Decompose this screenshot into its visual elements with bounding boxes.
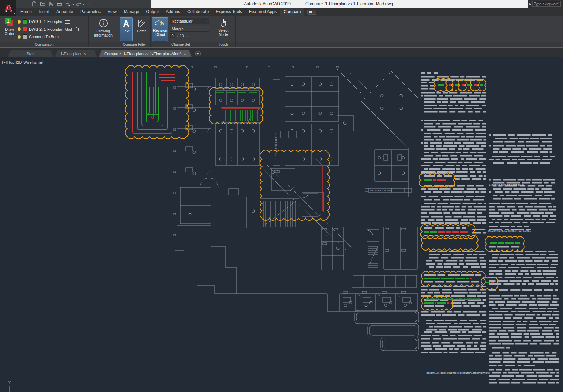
close-tab-icon[interactable]: × xyxy=(184,51,186,56)
hand-pointer-icon xyxy=(220,18,227,27)
ribbon-tab-output[interactable]: Output xyxy=(143,8,162,16)
app-title: Autodesk AutoCAD 2019 xyxy=(244,1,291,6)
close-tab-icon[interactable]: × xyxy=(83,51,86,56)
text-filter-label: Text xyxy=(123,29,129,33)
compare-added-geometry xyxy=(137,72,258,130)
info-icon: i xyxy=(99,19,108,27)
cloud-shape-value: Rectangular xyxy=(172,19,192,23)
ribbon-tab-insert[interactable]: Insert xyxy=(35,8,53,16)
lighting-schedule-heading: LIGHTING FIXTURE SCHEDULE xyxy=(489,184,524,186)
panel-drawing-information: i Drawing Information xyxy=(89,16,118,42)
mechanical-equipment-heading: MECHANICAL EQUIPMENT SCHEDULE xyxy=(488,230,531,232)
redo-icon[interactable] xyxy=(75,1,82,7)
model-space-canvas[interactable]: [−][Top][2D Wireframe] PRINTER ISLAND PR… xyxy=(0,57,563,392)
media-icon xyxy=(309,11,312,13)
hatch-filter-button[interactable]: Hatch xyxy=(135,17,149,41)
autocad-logo-letter: A xyxy=(4,2,12,14)
dwg2-folder-icon[interactable] xyxy=(74,28,79,31)
drawing-info-label-2: Information xyxy=(94,33,113,37)
comparison-panel-label[interactable]: Comparison xyxy=(0,42,89,47)
text-filter-button[interactable]: A Text xyxy=(120,17,133,41)
hatch-icon xyxy=(138,20,145,27)
select-mode-label-1: Select xyxy=(218,28,228,32)
common-visibility-bulb-icon[interactable] xyxy=(18,35,21,38)
ribbon-panel-labels: Comparison Compare Filter Change Set Tou… xyxy=(0,42,563,47)
doc-tab-start[interactable]: Start xyxy=(8,50,53,57)
dwg1-label: DWG 1: 1-Floorplan xyxy=(29,19,63,24)
doc-tab-compare[interactable]: Compare_1-Floorplan vs 1-Floorplan-Mod*× xyxy=(99,50,192,57)
undo-icon[interactable] xyxy=(64,1,72,7)
qat-customize-icon[interactable]: ▾ xyxy=(87,2,89,6)
next-change-icon[interactable]: → xyxy=(193,34,198,38)
title-text-area: Autodesk AutoCAD 2019 Compare_1-Floorpla… xyxy=(151,0,528,8)
dwg2-visibility-bulb-icon[interactable] xyxy=(18,27,21,31)
general-notes-heading: GENERAL SHOCKING NOTES AND GENERAL MODIF… xyxy=(426,372,490,374)
notes-text-bars xyxy=(421,72,559,384)
search-expand-icon[interactable]: ▶ xyxy=(529,2,531,6)
draw-order-label-2: Order xyxy=(5,32,14,36)
panel-change-set: Revision Cloud Rectangular ▾ Margin 0 / … xyxy=(151,16,211,42)
search-area: ▶ xyxy=(528,0,563,8)
revision-cloud-button[interactable]: Revision Cloud xyxy=(152,17,168,41)
new-drawing-icon[interactable]: + xyxy=(195,51,201,56)
ribbon-tab-home[interactable]: Home xyxy=(17,8,35,16)
ribbon-tab-featured-apps[interactable]: Featured Apps xyxy=(246,8,280,16)
drawing-information-button[interactable]: i Drawing Information xyxy=(93,17,114,41)
panel-compare-filter: A Text Hatch xyxy=(118,16,151,42)
new-file-icon[interactable] xyxy=(30,1,38,7)
connect-media-button[interactable]: ▾ xyxy=(307,10,316,15)
save-icon[interactable] xyxy=(47,1,55,7)
ribbon-tab-annotate[interactable]: Annotate xyxy=(53,8,77,16)
ribbon-tab-manage[interactable]: Manage xyxy=(120,8,143,16)
quick-access-toolbar: ▾ ▾ ▾ xyxy=(0,0,151,8)
architectural-notes-heading: Architectural General Notes: xyxy=(421,171,455,173)
touch-panel-label[interactable]: Touch xyxy=(211,42,236,47)
ribbon-tab-addins[interactable]: Add-ins xyxy=(162,8,184,16)
open-file-icon[interactable] xyxy=(39,1,46,7)
compare-filter-panel-label[interactable]: Compare Filter xyxy=(118,42,151,47)
common-label: Common To Both xyxy=(29,34,59,39)
draw-order-label-1: Draw xyxy=(5,27,14,32)
ribbon-body: 1 Draw Order DWG 1: 1-Floorplan DWG 2: 1… xyxy=(0,16,563,42)
mechanical-general-notes-heading: MECHANICAL GENERAL NOTES AND MODIFICATIO… xyxy=(426,297,480,299)
text-cursor xyxy=(178,27,178,31)
dwg2-color-swatch[interactable] xyxy=(23,27,27,31)
dwg1-color-swatch[interactable] xyxy=(23,19,27,24)
drawing-info-label-1: Drawing xyxy=(96,29,110,33)
autocad-logo[interactable]: A ▾ xyxy=(0,0,16,16)
common-row[interactable]: Common To Both xyxy=(18,33,79,40)
panel-comparison: 1 Draw Order DWG 1: 1-Floorplan DWG 2: 1… xyxy=(0,16,89,42)
revision-cloud-label-2: Cloud xyxy=(155,32,165,37)
dwg2-row[interactable]: DWG 2: 1-Floorplan-Mod xyxy=(18,26,79,33)
dwg1-folder-icon[interactable] xyxy=(65,20,70,24)
ribbon-tab-parametric[interactable]: Parametric xyxy=(77,8,104,16)
draw-order-button[interactable]: 1 Draw Order xyxy=(1,17,18,41)
dwg1-row[interactable]: DWG 1: 1-Floorplan xyxy=(18,18,79,25)
plot-icon[interactable] xyxy=(56,1,63,7)
revision-cloud-icon xyxy=(155,19,165,27)
previous-change-icon[interactable]: ← xyxy=(186,34,191,38)
search-input[interactable] xyxy=(532,1,561,7)
ribbon-tab-collaborate[interactable]: Collaborate xyxy=(184,8,212,16)
text-filter-icon: A xyxy=(123,18,129,29)
ribbon-tab-compare[interactable]: Compare xyxy=(280,8,304,16)
logo-dropdown-icon: ▾ xyxy=(14,12,15,15)
dwg1-visibility-bulb-icon[interactable] xyxy=(18,20,21,23)
ribbon-tab-view[interactable]: View xyxy=(104,8,120,16)
drawing-canvas[interactable]: PRINTER ISLAND PRINTER ISLAND Y xyxy=(0,57,563,392)
undo-dropdown-icon[interactable]: ▾ xyxy=(72,2,74,6)
redo-dropdown-icon[interactable]: ▾ xyxy=(83,2,84,6)
select-mode-button[interactable]: Select Mode xyxy=(217,17,229,41)
change-set-panel-label[interactable]: Change Set xyxy=(151,42,211,47)
dwg2-label: DWG 2: 1-Floorplan-Mod xyxy=(29,27,72,31)
panel-touch: Select Mode xyxy=(211,16,236,42)
ucs-y-axis-label: Y xyxy=(8,380,11,385)
common-color-swatch[interactable] xyxy=(23,34,27,39)
margin-input[interactable]: Margin xyxy=(170,26,209,32)
ribbon-tab-express-tools[interactable]: Express Tools xyxy=(212,8,245,16)
cloud-shape-select[interactable]: Rectangular ▾ xyxy=(170,18,209,24)
doc-tab-floorplan[interactable]: 1-Floorplan× xyxy=(55,50,97,57)
title-bar: A ▾ ▾ ▾ ▾ Autodesk AutoCAD 2019 Compare_… xyxy=(0,0,563,8)
printer-island-horizontal-label: PRINTER ISLAND xyxy=(370,189,392,192)
changeset-index-box[interactable]: 0 xyxy=(170,33,175,38)
